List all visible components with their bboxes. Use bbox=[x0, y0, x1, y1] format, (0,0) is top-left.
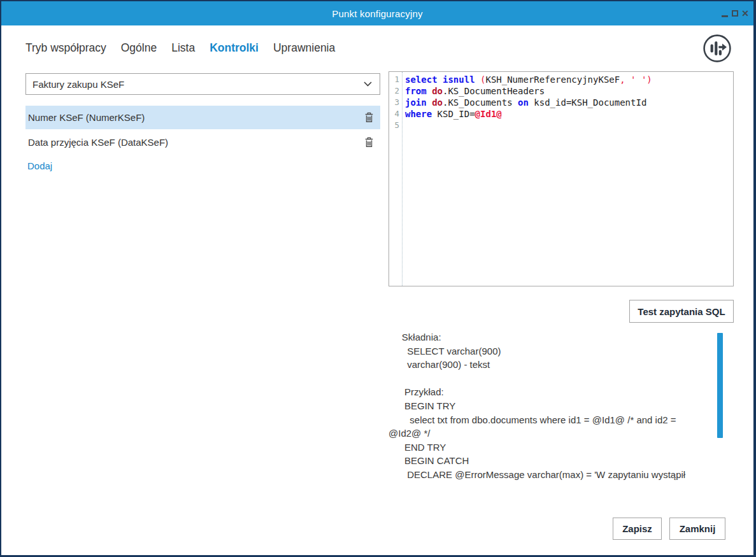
maximize-icon bbox=[732, 10, 738, 17]
minimize-button[interactable] bbox=[720, 8, 730, 19]
line-number: 3 bbox=[389, 97, 399, 108]
sql-help-text: Składnia: SELECT varchar(900) varchar(90… bbox=[389, 330, 715, 486]
editor-code: select isnull (KSH_NumerReferencyjnyKSeF… bbox=[403, 72, 733, 286]
control-type-dropdown[interactable]: Faktury zakupu KSeF bbox=[25, 73, 380, 95]
minimize-icon bbox=[722, 15, 728, 17]
code-line: where KSD_ID=@Id1@ bbox=[405, 108, 733, 120]
add-control-link[interactable]: Dodaj bbox=[27, 160, 52, 171]
tab-bar: Tryb współpracy Ogólne Lista Kontrolki U… bbox=[25, 41, 335, 55]
list-item-data-przyjecia[interactable]: Data przyjęcia KSeF (DataKSeF) bbox=[25, 130, 380, 154]
list-item-numer-ksef[interactable]: Numer KSeF (NumerKSeF) bbox=[25, 106, 380, 129]
dialog-window: Punkt konfiguracyjny ✕ Tryb współpracy O… bbox=[0, 0, 756, 557]
tab-kontrolki[interactable]: Kontrolki bbox=[210, 41, 259, 55]
dropdown-value: Faktury zakupu KSeF bbox=[32, 79, 364, 90]
list-item-label: Data przyjęcia KSeF (DataKSeF) bbox=[28, 137, 363, 148]
sql-editor[interactable]: 12345 select isnull (KSH_NumerReferencyj… bbox=[389, 71, 734, 286]
line-number: 1 bbox=[389, 74, 399, 85]
line-number: 2 bbox=[389, 85, 399, 97]
data-exchange-icon bbox=[703, 34, 732, 63]
maximize-button[interactable] bbox=[730, 8, 740, 19]
line-number: 4 bbox=[389, 108, 399, 120]
delete-item-button[interactable] bbox=[363, 137, 374, 148]
close-icon: ✕ bbox=[741, 9, 749, 18]
data-exchange-button[interactable] bbox=[703, 34, 732, 63]
code-line: from do.KS_DocumentHeaders bbox=[405, 85, 733, 97]
close-dialog-button[interactable]: Zamknij bbox=[669, 518, 725, 540]
tab-ogolne[interactable]: Ogólne bbox=[121, 41, 157, 55]
close-button[interactable]: ✕ bbox=[740, 8, 750, 19]
help-scrollbar-thumb[interactable] bbox=[717, 333, 723, 438]
editor-gutter: 12345 bbox=[389, 72, 403, 286]
tab-uprawnienia[interactable]: Uprawnienia bbox=[273, 41, 335, 55]
window-controls: ✕ bbox=[720, 1, 750, 25]
code-line bbox=[405, 120, 733, 131]
tab-lista[interactable]: Lista bbox=[171, 41, 195, 55]
delete-item-button[interactable] bbox=[363, 112, 374, 123]
chevron-down-icon bbox=[364, 81, 372, 87]
tab-tryb-wspolpracy[interactable]: Tryb współpracy bbox=[25, 41, 106, 55]
save-button[interactable]: Zapisz bbox=[613, 518, 662, 540]
trash-icon bbox=[364, 112, 374, 123]
window-title: Punkt konfiguracyjny bbox=[332, 8, 422, 19]
trash-icon bbox=[364, 137, 374, 148]
list-item-label: Numer KSeF (NumerKSeF) bbox=[28, 112, 363, 123]
code-line: join do.KS_Documents on ksd_id=KSH_Docum… bbox=[405, 97, 733, 108]
titlebar[interactable]: Punkt konfiguracyjny ✕ bbox=[1, 1, 753, 25]
test-sql-button[interactable]: Test zapytania SQL bbox=[629, 300, 734, 323]
code-line: select isnull (KSH_NumerReferencyjnyKSeF… bbox=[405, 74, 733, 85]
line-number: 5 bbox=[389, 120, 399, 131]
